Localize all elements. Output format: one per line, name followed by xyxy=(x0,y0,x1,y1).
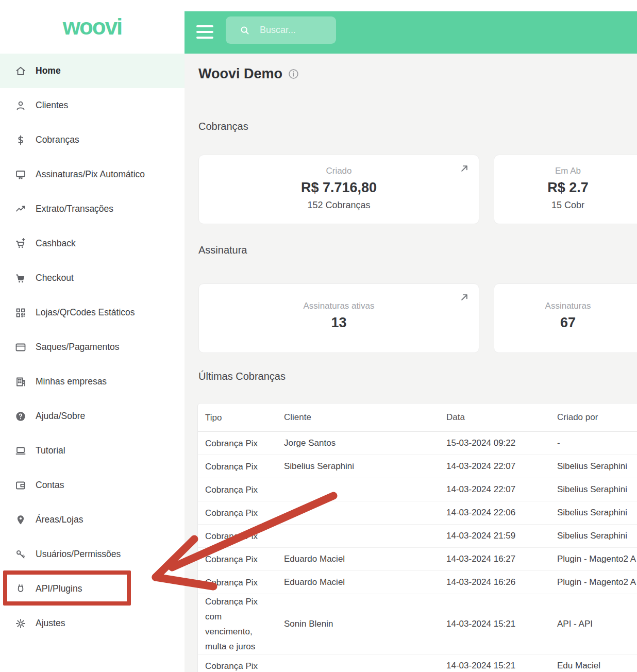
card-label: Criado xyxy=(199,166,479,176)
table-row[interactable]: Cobrança Pix14-03-2024 15:21Edu Maciel xyxy=(198,654,637,672)
sidebar-item-lojas-qrcodes-est-ticos[interactable]: Lojas/QrCodes Estáticos xyxy=(0,295,185,330)
trend-chart-icon xyxy=(14,203,27,215)
sidebar-item-clientes[interactable]: Clientes xyxy=(0,88,185,123)
external-link-arrow-icon[interactable] xyxy=(458,291,471,304)
column-header: Cliente xyxy=(277,412,439,423)
sidebar-item-label: Ajustes xyxy=(36,618,65,629)
sidebar-item-label: Contas xyxy=(36,480,64,491)
page-title: Woovi Demo xyxy=(198,66,282,82)
sidebar-item-label: Lojas/QrCodes Estáticos xyxy=(36,307,135,318)
sidebar-item-label: Extrato/Transações xyxy=(36,204,113,214)
column-header: Criado por xyxy=(550,412,637,423)
info-icon[interactable] xyxy=(288,68,299,80)
dollar-icon xyxy=(14,134,27,146)
cell-data: 14-03-2024 15:21 xyxy=(439,661,550,671)
location-pin-icon xyxy=(14,514,27,526)
wallet-icon xyxy=(14,479,27,492)
sidebar-item-extrato-transa-es[interactable]: Extrato/Transações xyxy=(0,192,185,226)
building-icon xyxy=(14,376,27,388)
sidebar-item-minhas-empresas[interactable]: Minhas empresas xyxy=(0,364,185,399)
cell-tipo: Cobrança Pix xyxy=(198,575,277,590)
cell-cliente: Jorge Santos xyxy=(277,438,439,448)
stat-card[interactable]: Assinaturas67 xyxy=(494,283,637,353)
stat-card[interactable]: Em AbR$ 2.715 Cobr xyxy=(494,155,637,224)
cell-criado-por: Sibelius Seraphini xyxy=(550,484,637,495)
woovi-logo: woovi xyxy=(0,0,185,54)
cell-data: 14-03-2024 16:27 xyxy=(439,554,550,564)
assinatura-cards: Assinaturas ativas13Assinaturas67 xyxy=(198,283,637,353)
cell-tipo: Cobrança Pix com vencimento, multa e jur… xyxy=(198,594,277,654)
table-row[interactable]: Cobrança Pix14-03-2024 21:59Sibelius Ser… xyxy=(198,525,637,548)
sidebar-item-saques-pagamentos[interactable]: Saques/Pagamentos xyxy=(0,330,185,364)
sidebar-item-usu-rios-permiss-es[interactable]: Usuários/Permissões xyxy=(0,537,185,572)
sidebar-item-label: Checkout xyxy=(36,273,74,283)
table-row[interactable]: Cobrança Pix14-03-2024 22:06Sibelius Ser… xyxy=(198,501,637,525)
sidebar-item-label: Usuários/Permissões xyxy=(36,549,121,560)
credit-card-icon xyxy=(14,341,27,354)
sidebar-item-cobran-as[interactable]: Cobranças xyxy=(0,123,185,157)
sidebar-item-label: Saques/Pagamentos xyxy=(36,342,119,352)
key-icon xyxy=(14,548,27,561)
sidebar-item-label: API/Plugins xyxy=(36,583,82,594)
table-row[interactable]: Cobrança Pix com vencimento, multa e jur… xyxy=(198,594,637,654)
cell-tipo: Cobrança Pix xyxy=(198,459,277,474)
section-title-assinatura: Assinatura xyxy=(198,244,247,256)
sidebar-item-checkout[interactable]: Checkout xyxy=(0,261,185,295)
cell-tipo: Cobrança Pix xyxy=(198,529,277,544)
sidebar-item-cashback[interactable]: Cashback xyxy=(0,226,185,261)
card-value: 13 xyxy=(199,315,479,331)
cell-criado-por: Sibelius Seraphini xyxy=(550,531,637,541)
search-input[interactable] xyxy=(259,24,328,36)
cell-cliente: Sibelius Seraphini xyxy=(277,461,439,472)
sidebar-item-api-plugins[interactable]: API/Plugins xyxy=(0,572,185,606)
home-icon xyxy=(14,65,27,77)
sidebar-item-label: Cobranças xyxy=(36,135,79,145)
cell-tipo: Cobrança Pix xyxy=(198,482,277,497)
card-label: Assinaturas ativas xyxy=(199,301,479,311)
cell-data: 14-03-2024 22:07 xyxy=(439,461,550,472)
stat-card[interactable]: Assinaturas ativas13 xyxy=(198,283,479,353)
sidebar-item-label: Cashback xyxy=(36,238,76,249)
column-header: Tipo xyxy=(198,410,277,425)
sidebar-item--reas-lojas[interactable]: Áreas/Lojas xyxy=(0,502,185,537)
sidebar-item-label: Assinaturas/Pix Automático xyxy=(36,169,145,180)
table-row[interactable]: Cobrança PixJorge Santos15-03-2024 09:22… xyxy=(198,432,637,455)
card-value: R$ 7.716,80 xyxy=(199,180,479,196)
cell-criado-por: Plugin - Magento2 A xyxy=(550,554,637,564)
sidebar-item-tutorial[interactable]: Tutorial xyxy=(0,433,185,468)
cell-cliente: Eduardo Maciel xyxy=(277,554,439,564)
table-row[interactable]: Cobrança PixSibelius Seraphini14-03-2024… xyxy=(198,455,637,478)
column-header: Data xyxy=(439,412,550,423)
cell-criado-por: Plugin - Magento2 A xyxy=(550,577,637,587)
sidebar-item-ajustes[interactable]: Ajustes xyxy=(0,606,185,641)
help-circle-icon xyxy=(14,410,27,423)
cell-criado-por: API - API xyxy=(550,619,637,629)
stat-card[interactable]: CriadoR$ 7.716,80152 Cobranças xyxy=(198,155,479,224)
card-value: 67 xyxy=(494,315,637,331)
sidebar-item-assinaturas-pix-autom-tico[interactable]: Assinaturas/Pix Automático xyxy=(0,157,185,192)
hamburger-menu-icon[interactable] xyxy=(196,25,213,42)
search-box[interactable] xyxy=(226,16,336,44)
section-title-cobrancas: Cobranças xyxy=(198,121,248,132)
ultimas-cobrancas-table: TipoClienteDataCriado porCobrança PixJor… xyxy=(197,403,637,672)
shopping-cart-icon xyxy=(14,272,27,284)
table-row[interactable]: Cobrança Pix14-03-2024 22:07Sibelius Ser… xyxy=(198,478,637,501)
sidebar-item-contas[interactable]: Contas xyxy=(0,468,185,502)
sidebar-item-home[interactable]: Home xyxy=(0,54,185,88)
external-link-arrow-icon[interactable] xyxy=(458,162,471,175)
sidebar-item-ajuda-sobre[interactable]: Ajuda/Sobre xyxy=(0,399,185,433)
cell-criado-por: - xyxy=(550,438,637,448)
sidebar-item-label: Clientes xyxy=(36,100,68,111)
card-subtext: 152 Cobranças xyxy=(199,200,479,211)
cobrancas-cards: CriadoR$ 7.716,80152 CobrançasEm AbR$ 2.… xyxy=(198,155,637,224)
cell-data: 14-03-2024 22:07 xyxy=(439,484,550,495)
sidebar-item-label: Home xyxy=(36,65,61,76)
clients-icon xyxy=(14,99,27,112)
cell-criado-por: Sibelius Seraphini xyxy=(550,461,637,472)
table-header-row: TipoClienteDataCriado por xyxy=(198,404,637,432)
sidebar-nav: HomeClientesCobrançasAssinaturas/Pix Aut… xyxy=(0,54,185,641)
plug-icon xyxy=(14,583,27,595)
cell-data: 14-03-2024 15:21 xyxy=(439,619,550,629)
table-row[interactable]: Cobrança PixEduardo Maciel14-03-2024 16:… xyxy=(198,571,637,594)
table-row[interactable]: Cobrança PixEduardo Maciel14-03-2024 16:… xyxy=(198,548,637,571)
